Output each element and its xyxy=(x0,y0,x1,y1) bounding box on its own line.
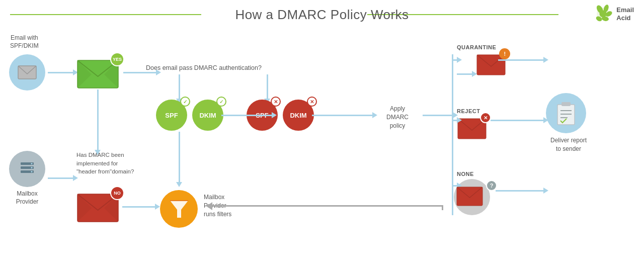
arrow-no-to-filter xyxy=(122,206,155,208)
spf-green-bubble: SPF ✓ xyxy=(156,100,187,131)
top-line-left xyxy=(10,14,201,15)
arrow-red-bubbles-to-apply xyxy=(312,115,372,116)
arrow-vline-to-reject xyxy=(452,120,457,121)
spf-red-x: ✕ xyxy=(271,97,281,107)
svg-rect-20 xyxy=(557,105,575,125)
svg-rect-21 xyxy=(561,102,571,106)
no-badge: NO xyxy=(110,186,124,200)
gray-arrow-vertical xyxy=(442,205,443,210)
svg-point-13 xyxy=(31,171,33,172)
arrow-question-to-spf-green xyxy=(179,74,180,99)
diagram-container: How a DMARC Policy Works Email Acid Emai… xyxy=(0,0,644,271)
mailbox-provider-label: Mailbox Provider xyxy=(7,190,47,206)
svg-marker-28 xyxy=(170,201,188,218)
page-title: How a DMARC Policy Works xyxy=(235,7,409,23)
arrow-none-to-deliver xyxy=(496,190,543,192)
quarantine-badge: ! xyxy=(499,48,510,59)
email-spf-dkim-label: Email with SPF/DKIM xyxy=(10,34,39,50)
gray-back-arrow-line xyxy=(211,205,443,207)
logo-text: Email Acid xyxy=(616,6,634,22)
reject-section: REJECT ✕ xyxy=(457,108,487,142)
arrow-quarantine-to-deliver xyxy=(498,59,543,61)
email-envelope-icon xyxy=(9,54,45,91)
quarantine-section: QUARANTINE ! xyxy=(457,44,506,78)
yes-envelope: YES xyxy=(76,56,119,89)
gray-back-arrowhead xyxy=(206,202,212,210)
none-section: NONE ? xyxy=(452,171,492,214)
deliver-report-label: Deliver report to sender xyxy=(546,136,591,153)
spf-green-check: ✓ xyxy=(180,97,190,107)
dkim-green-check: ✓ xyxy=(216,97,226,107)
arrow-mailbox-to-nomail xyxy=(48,177,73,179)
filter-section xyxy=(160,190,198,228)
mailbox-provider-icon xyxy=(9,151,45,187)
dkim-red-bubble: DKIM ✕ xyxy=(283,100,314,131)
logo: Email Acid xyxy=(592,4,634,24)
none-envelope: ? xyxy=(456,185,492,209)
arrow-email-to-greenmail xyxy=(48,72,73,73)
dkim-green-bubble: DKIM ✓ xyxy=(192,100,223,131)
arrow-green-to-spf xyxy=(123,72,156,73)
clipboard-icon xyxy=(546,93,586,133)
deliver-report-section: Deliver report to sender xyxy=(546,93,591,153)
none-label: NONE xyxy=(457,171,492,177)
arrow-green-down-to-filter xyxy=(179,132,180,182)
quarantine-arrow xyxy=(457,73,472,75)
quarantine-envelope: ! xyxy=(476,52,506,78)
green-auth-bubbles: SPF ✓ DKIM ✓ xyxy=(156,100,223,131)
arrow-vline-to-quarantine xyxy=(452,59,457,61)
reject-badge: ✕ xyxy=(480,112,491,123)
arrow-apply-to-outcomes xyxy=(423,115,453,116)
no-envelope: NO xyxy=(76,190,119,223)
arrow-question-to-spf-red xyxy=(267,74,268,99)
quarantine-label: QUARANTINE xyxy=(457,44,506,50)
svg-point-11 xyxy=(31,163,33,164)
dmarc-question-label: Has DMARC been implemented for "header f… xyxy=(76,151,142,176)
svg-point-6 xyxy=(600,10,607,17)
arrow-green-down xyxy=(97,89,99,150)
logo-splash-icon xyxy=(592,4,614,24)
arrow-reject-to-deliver xyxy=(491,120,543,121)
none-badge: ? xyxy=(486,180,497,191)
arrow-green-bubbles-to-apply xyxy=(221,115,272,116)
svg-point-12 xyxy=(31,167,33,168)
filter-icon xyxy=(160,190,198,228)
apply-dmarc-label: Apply DMARC policy xyxy=(377,105,418,130)
auth-question-label: Does email pass DMARC authentication? xyxy=(146,64,262,71)
dkim-red-x: ✕ xyxy=(307,97,317,107)
yes-badge: YES xyxy=(110,52,124,66)
